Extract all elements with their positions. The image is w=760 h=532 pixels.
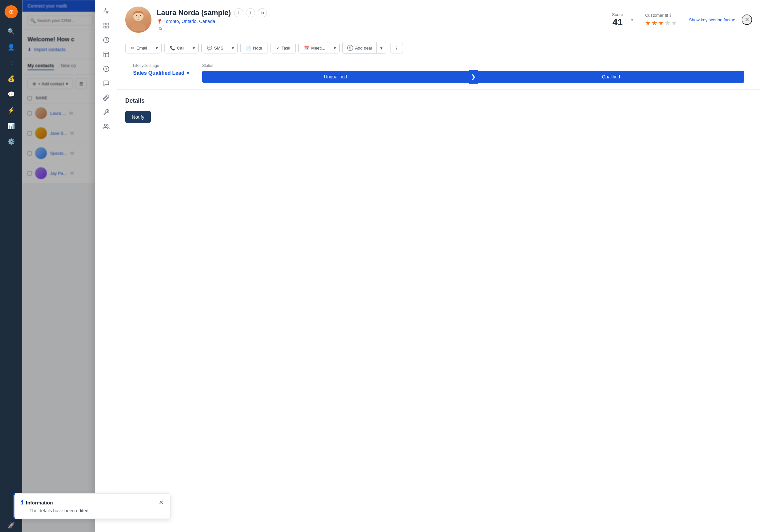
toast-close-button[interactable]: ✕ bbox=[159, 499, 164, 506]
toast-message: The details have been edited. bbox=[21, 508, 164, 513]
lifecycle-status-row: Lifecycle stage Sales Qualified Lead ▾ S… bbox=[125, 58, 752, 89]
notify-button[interactable]: Notify bbox=[125, 111, 151, 123]
svg-rect-0 bbox=[104, 23, 106, 25]
task-action-icon: ✓ bbox=[276, 46, 280, 51]
contacts-icon: 👤 bbox=[8, 44, 15, 51]
call-button[interactable]: 📞 Call bbox=[164, 43, 190, 53]
lifecycle-dropdown-icon: ▾ bbox=[187, 70, 189, 76]
add-deal-button-group: $ Add deal ▾ bbox=[342, 42, 386, 54]
contact-avatar-placeholder bbox=[125, 7, 152, 33]
modal-main-content: Laura Norda (sample) f t in 📍 Toronto, O… bbox=[118, 0, 760, 532]
lifecycle-block: Lifecycle stage Sales Qualified Lead ▾ bbox=[133, 63, 189, 76]
app-logo[interactable]: ⊕ bbox=[5, 5, 18, 18]
action-buttons-row: ✉ Email ▾ 📞 Call ▾ bbox=[125, 38, 752, 58]
svg-rect-3 bbox=[107, 26, 109, 28]
svg-point-15 bbox=[136, 15, 137, 16]
svg-rect-1 bbox=[107, 23, 109, 25]
sms-button-group: 💬 SMS ▾ bbox=[201, 43, 238, 53]
sidebar-item-automation[interactable]: ⚡ bbox=[5, 104, 18, 117]
status-unqualified-button[interactable]: Unqualified bbox=[202, 71, 469, 83]
side-icon-integrations[interactable] bbox=[100, 106, 113, 120]
svg-point-17 bbox=[138, 17, 139, 18]
lifecycle-value-button[interactable]: Sales Qualified Lead ▾ bbox=[133, 70, 189, 76]
modal-side-icons bbox=[95, 0, 118, 532]
score-separator: • bbox=[631, 16, 633, 24]
svg-point-11 bbox=[104, 124, 107, 126]
contact-info-row: Laura Norda (sample) f t in 📍 Toronto, O… bbox=[125, 7, 752, 33]
contact-title-row: Laura Norda (sample) f t in bbox=[157, 8, 600, 18]
add-deal-dropdown-button[interactable]: ▾ bbox=[377, 42, 386, 54]
sidebar-item-launch[interactable]: 🚀 bbox=[5, 519, 18, 532]
sms-button[interactable]: 💬 SMS bbox=[201, 43, 228, 53]
status-chevron-divider: ❯ bbox=[469, 70, 478, 84]
search-icon: 🔍 bbox=[8, 28, 15, 35]
conversations-icon: 💬 bbox=[8, 91, 15, 98]
email-action-icon: ✉ bbox=[131, 46, 134, 51]
contact-name-block: Laura Norda (sample) f t in 📍 Toronto, O… bbox=[157, 8, 600, 31]
score-value: 41 bbox=[612, 17, 623, 27]
twitter-icon[interactable]: t bbox=[246, 8, 255, 18]
svg-point-16 bbox=[140, 15, 141, 16]
facebook-icon[interactable]: f bbox=[234, 8, 243, 18]
logo-icon: ⊕ bbox=[9, 8, 14, 16]
meeting-button-group: 📅 Meeti... ▾ bbox=[298, 43, 340, 53]
reports-icon bbox=[103, 51, 110, 59]
linkedin-icon[interactable]: in bbox=[258, 8, 267, 18]
meeting-action-icon: 📅 bbox=[304, 46, 309, 51]
note-button[interactable]: 📄 Note bbox=[240, 43, 267, 53]
customer-fit-block: Customer fit ℹ ★ ★ ★ ★ ★ bbox=[645, 13, 677, 27]
email-button[interactable]: ✉ Email bbox=[125, 43, 153, 53]
sms-dropdown-button[interactable]: ▾ bbox=[228, 43, 238, 53]
side-icon-chat[interactable] bbox=[100, 77, 113, 90]
money-icon: 💰 bbox=[8, 75, 15, 82]
more-options-button[interactable]: ⋮ bbox=[390, 43, 403, 53]
side-icon-deals[interactable] bbox=[100, 63, 113, 76]
contact-location[interactable]: 📍 Toronto, Ontario, Canada bbox=[157, 19, 600, 24]
call-action-icon: 📞 bbox=[170, 46, 175, 51]
task-button[interactable]: ✓ Task bbox=[270, 43, 296, 53]
score-block: Score 41 bbox=[612, 12, 623, 27]
toast-title: ℹ Information bbox=[21, 499, 53, 506]
sidebar-item-reports[interactable]: 📊 bbox=[5, 120, 18, 132]
side-icon-activity[interactable] bbox=[100, 5, 113, 18]
copy-icon[interactable]: ⧉ bbox=[157, 25, 164, 32]
contact-photo bbox=[125, 7, 152, 33]
score-label: Score bbox=[612, 12, 623, 17]
svg-point-13 bbox=[131, 23, 146, 31]
sidebar-item-deals[interactable]: ⋮ bbox=[5, 56, 18, 70]
social-icons: f t in bbox=[234, 8, 267, 18]
add-deal-button[interactable]: $ Add deal bbox=[342, 42, 377, 54]
meeting-dropdown-button[interactable]: ▾ bbox=[330, 43, 340, 53]
layout-icon bbox=[103, 22, 110, 30]
side-icon-reports[interactable] bbox=[100, 49, 113, 62]
add-deal-icon: $ bbox=[347, 45, 353, 51]
activity-icon bbox=[103, 8, 110, 16]
star-4: ★ bbox=[665, 19, 671, 27]
sidebar-item-search[interactable]: 🔍 bbox=[5, 25, 18, 38]
sidebar-item-money[interactable]: 💰 bbox=[5, 72, 18, 85]
chat-icon bbox=[103, 80, 110, 88]
sidebar-item-contacts[interactable]: 👤 bbox=[5, 41, 18, 54]
star-rating: ★ ★ ★ ★ ★ bbox=[645, 19, 677, 27]
side-icon-team[interactable] bbox=[100, 121, 113, 134]
sms-action-icon: 💬 bbox=[207, 46, 212, 51]
sidebar-item-settings[interactable]: ⚙️ bbox=[5, 135, 18, 148]
star-1: ★ bbox=[645, 19, 651, 27]
note-action-icon: 📄 bbox=[246, 46, 251, 51]
email-dropdown-button[interactable]: ▾ bbox=[153, 43, 162, 53]
status-block: Status Unqualified ❯ Qualified bbox=[202, 63, 744, 84]
sidebar-item-conversations[interactable]: 💬 bbox=[5, 88, 18, 101]
side-icon-layout[interactable] bbox=[100, 20, 113, 33]
left-sidebar: ⊕ 🔍 👤 ⋮ 💰 💬 ⚡ 📊 ⚙️ 🚀 bbox=[0, 0, 22, 532]
call-dropdown-button[interactable]: ▾ bbox=[190, 43, 199, 53]
modal-close-button[interactable]: ✕ bbox=[742, 15, 752, 25]
deals-icon bbox=[103, 66, 110, 74]
information-toast: ℹ Information ✕ The details have been ed… bbox=[13, 493, 170, 519]
side-icon-attachments[interactable] bbox=[100, 92, 113, 105]
meeting-button[interactable]: 📅 Meeti... bbox=[298, 43, 330, 53]
status-qualified-button[interactable]: Qualified bbox=[478, 71, 744, 83]
side-icon-history[interactable] bbox=[100, 34, 113, 47]
info-icon[interactable]: ℹ bbox=[670, 13, 671, 18]
show-scoring-factors-button[interactable]: Show key scoring factors bbox=[689, 18, 736, 22]
location-text: Toronto, Ontario, Canada bbox=[164, 19, 215, 24]
